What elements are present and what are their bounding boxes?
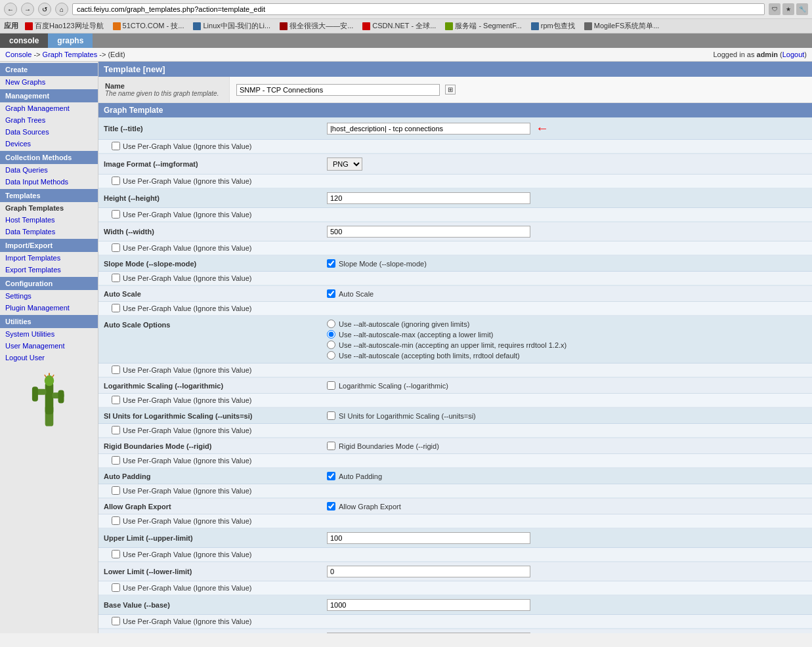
radio-alt-autoscale-input[interactable] xyxy=(327,320,335,328)
refresh-button[interactable]: ↺ xyxy=(38,3,51,16)
bookmark-segmentf[interactable]: 服务端 - SegmentF... xyxy=(442,20,524,31)
sidebar-item-data-templates[interactable]: Data Templates xyxy=(0,226,98,238)
field-slope-mode: Slope Mode (--slope-mode) Slope Mode (--… xyxy=(98,256,812,286)
base-value-input[interactable] xyxy=(327,599,530,611)
fields-container: Title (--title) ← Use Per-Graph Value (I… xyxy=(98,117,812,633)
lower-limit-per-graph-checkbox[interactable] xyxy=(112,583,120,592)
field-width-sub: Use Per-Graph Value (Ignore this Value) xyxy=(98,241,812,255)
auto-padding-checkbox[interactable] xyxy=(327,472,335,480)
log-scaling-checkbox[interactable] xyxy=(327,381,335,390)
field-height-label: Height (--height) xyxy=(104,194,327,202)
bookmark-51cto[interactable]: 51CTO.COM - 技... xyxy=(110,20,187,31)
si-units-checkbox[interactable] xyxy=(327,411,335,420)
breadcrumb-graph-templates[interactable]: Graph Templates xyxy=(43,51,98,58)
radio-alt-autoscale-label: Use --alt-autoscale (ignoring given limi… xyxy=(339,320,469,328)
title-input[interactable] xyxy=(327,123,530,135)
home-button[interactable]: ⌂ xyxy=(55,3,68,16)
width-input[interactable] xyxy=(327,226,530,238)
browser-bar: ← → ↺ ⌂ 🛡 ★ 🔧 xyxy=(0,0,812,19)
sidebar-section-templates: Templates xyxy=(0,189,98,202)
field-unit-grid-value: Unit Grid Value (--unit/--y-grid) Use Pe… xyxy=(98,629,812,633)
field-slope-mode-value: Slope Mode (--slope-mode) xyxy=(327,259,807,268)
sidebar-item-data-sources[interactable]: Data Sources xyxy=(0,126,98,138)
sidebar-item-logout-user[interactable]: Logout User xyxy=(0,352,98,364)
sidebar-item-system-utilities[interactable]: System Utilities xyxy=(0,328,98,340)
field-auto-padding: Auto Padding Auto Padding Use Per-Graph … xyxy=(98,469,812,499)
sidebar-item-graph-templates[interactable]: Graph Templates xyxy=(0,202,98,214)
browser-chrome: ← → ↺ ⌂ 🛡 ★ 🔧 应用 百度Hao123网址导航 51CTO.COM … xyxy=(0,0,812,62)
auto-scale-per-graph-checkbox[interactable] xyxy=(112,304,120,312)
sidebar-item-plugin-management[interactable]: Plugin Management xyxy=(0,302,98,314)
field-upper-limit-label: Upper Limit (--upper-limit) xyxy=(104,534,327,542)
radio-alt-autoscale-both[interactable]: Use --alt-autoscale (accepting both limi… xyxy=(327,351,807,360)
slope-mode-per-graph-checkbox[interactable] xyxy=(112,274,120,282)
log-scaling-per-graph-checkbox[interactable] xyxy=(112,396,120,404)
rigid-boundaries-per-graph-checkbox[interactable] xyxy=(112,456,120,465)
sidebar-section-create: Create xyxy=(0,63,98,76)
rigid-boundaries-checkbox[interactable] xyxy=(327,442,335,450)
base-value-per-graph-checkbox[interactable] xyxy=(112,617,120,625)
bookmark-baidu[interactable]: 百度Hao123网址导航 xyxy=(22,20,106,31)
title-arrow-icon: ← xyxy=(536,121,549,136)
width-per-graph-checkbox[interactable] xyxy=(112,243,120,252)
unit-grid-value-input[interactable] xyxy=(327,633,530,633)
sidebar-item-data-queries[interactable]: Data Queries xyxy=(0,164,98,176)
bookmark-mogilefs[interactable]: MogileFS系统简单... xyxy=(582,20,662,31)
sidebar-item-export-templates[interactable]: Export Templates xyxy=(0,264,98,276)
tools-icon[interactable]: 🔧 xyxy=(796,3,808,15)
sidebar-item-devices[interactable]: Devices xyxy=(0,138,98,150)
star-icon[interactable]: ★ xyxy=(782,3,794,15)
cactus-icon xyxy=(26,370,72,429)
name-input[interactable] xyxy=(236,84,440,96)
logout-link[interactable]: Logout xyxy=(782,51,805,58)
sidebar-item-host-templates[interactable]: Host Templates xyxy=(0,214,98,226)
auto-scale-checkbox[interactable] xyxy=(327,289,335,298)
si-units-per-graph-checkbox[interactable] xyxy=(112,426,120,434)
allow-graph-export-checkbox[interactable] xyxy=(327,502,335,511)
sidebar-item-new-graphs[interactable]: New Graphs xyxy=(0,76,98,88)
height-input[interactable] xyxy=(327,192,530,204)
bookmark-csdn[interactable]: CSDN.NET - 全球... xyxy=(360,20,438,31)
breadcrumb-console[interactable]: Console xyxy=(5,51,32,58)
image-format-select[interactable]: PNG xyxy=(327,157,362,171)
field-log-scaling-sub: Use Per-Graph Value (Ignore this Value) xyxy=(98,394,812,407)
forward-button[interactable]: → xyxy=(21,3,34,16)
lower-limit-input[interactable] xyxy=(327,566,530,577)
bookmark-qianqiang[interactable]: 很全很强大——安... xyxy=(277,20,356,31)
content-area: Template [new] Name The name given to th… xyxy=(98,62,812,633)
field-auto-padding-label: Auto Padding xyxy=(104,472,327,480)
field-auto-scale-sub: Use Per-Graph Value (Ignore this Value) xyxy=(98,302,812,316)
auto-padding-per-graph-checkbox[interactable] xyxy=(112,486,120,495)
upper-limit-input[interactable] xyxy=(327,532,530,544)
title-per-graph-checkbox[interactable] xyxy=(112,142,120,150)
radio-alt-autoscale[interactable]: Use --alt-autoscale (ignoring given limi… xyxy=(327,320,807,328)
sidebar-item-settings[interactable]: Settings xyxy=(0,290,98,302)
upper-limit-per-graph-checkbox[interactable] xyxy=(112,550,120,558)
back-button[interactable]: ← xyxy=(4,3,17,16)
address-bar[interactable] xyxy=(72,3,765,15)
name-expand-icon[interactable]: ⊞ xyxy=(445,85,456,94)
bookmark-rpm[interactable]: rpm包查找 xyxy=(528,20,578,31)
height-per-graph-checkbox[interactable] xyxy=(112,210,120,219)
sidebar-item-user-management[interactable]: User Management xyxy=(0,340,98,352)
radio-alt-autoscale-min[interactable]: Use --alt-autoscale-min (accepting an up… xyxy=(327,341,807,349)
breadcrumb: Console -> Graph Templates -> (Edit) xyxy=(5,51,125,58)
radio-alt-autoscale-max-input[interactable] xyxy=(327,330,335,339)
sidebar-item-import-templates[interactable]: Import Templates xyxy=(0,252,98,264)
sidebar-item-data-input-methods[interactable]: Data Input Methods xyxy=(0,176,98,188)
field-image-format-label: Image Format (--imgformat) xyxy=(104,160,327,168)
sidebar-item-graph-management[interactable]: Graph Management xyxy=(0,102,98,114)
image-format-per-graph-checkbox[interactable] xyxy=(112,177,120,185)
slope-mode-checkbox[interactable] xyxy=(327,259,335,268)
sidebar-item-graph-trees[interactable]: Graph Trees xyxy=(0,114,98,126)
allow-graph-export-per-graph-checkbox[interactable] xyxy=(112,516,120,525)
radio-alt-autoscale-min-input[interactable] xyxy=(327,341,335,349)
bookmark-linux[interactable]: Linux中国-我们的Li... xyxy=(190,20,273,31)
tab-graphs[interactable]: graphs xyxy=(48,33,93,48)
radio-alt-autoscale-both-input[interactable] xyxy=(327,351,335,360)
tab-console[interactable]: console xyxy=(0,33,48,48)
svg-rect-5 xyxy=(58,390,64,404)
radio-alt-autoscale-max[interactable]: Use --alt-autoscale-max (accepting a low… xyxy=(327,330,807,339)
auto-scale-options-per-graph-checkbox[interactable] xyxy=(112,365,120,374)
field-height-value xyxy=(327,192,807,204)
